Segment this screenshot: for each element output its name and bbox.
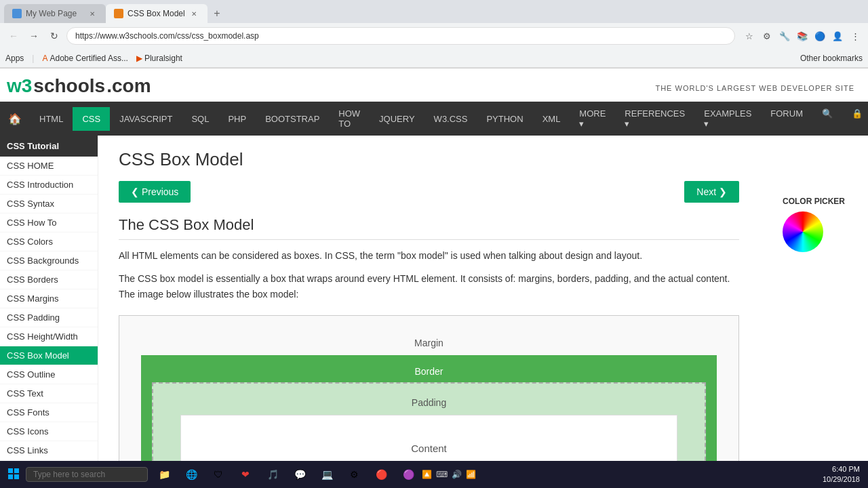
para1: All HTML elements can be considered as b… (119, 248, 739, 263)
taskbar-app3[interactable]: 🛡 (206, 462, 231, 487)
sidebar-item-borders[interactable]: CSS Borders (0, 270, 98, 289)
taskbar-app9[interactable]: 🔴 (369, 462, 393, 487)
nav-howto[interactable]: HOW TO (329, 102, 370, 136)
back-button[interactable]: ← (5, 28, 22, 44)
nav-forum[interactable]: FORUM (761, 102, 812, 136)
logo-schools: schools (33, 75, 105, 97)
pluralsight-label: Pluralsight (144, 54, 182, 63)
nav-lock[interactable]: 🔒 (842, 102, 868, 136)
bookmarks-apps[interactable]: Apps (5, 54, 24, 63)
system-tray: 🔼 ⌨ 🔊 📶 (422, 470, 476, 479)
nav-python[interactable]: PYTHON (477, 107, 532, 131)
nav-jquery[interactable]: JQUERY (370, 107, 425, 131)
svg-rect-0 (8, 468, 13, 473)
nav-references[interactable]: REFERENCES ▾ (615, 102, 694, 136)
nav-bootstrap[interactable]: BOOTSTRAP (256, 107, 329, 131)
taskbar-app6[interactable]: 💬 (288, 462, 312, 487)
taskbar-file-explorer[interactable]: 📁 (152, 462, 176, 487)
bookmark-adobe[interactable]: A Adobe Certified Ass... (42, 54, 127, 63)
nav-css[interactable]: CSS (73, 107, 110, 131)
logo[interactable]: w3schools.com (7, 75, 151, 101)
browser-chrome: My Web Page ✕ CSS Box Model ✕ + ← → ↻ ☆ … (0, 0, 868, 68)
tab-close-1[interactable]: ✕ (87, 8, 98, 19)
page-layout: CSS Tutorial CSS HOME CSS Introduction C… (0, 136, 868, 488)
extension-icon1[interactable]: ⚙ (760, 28, 774, 43)
taskbar-app4[interactable]: ❤ (233, 462, 258, 487)
forward-button[interactable]: → (26, 28, 42, 44)
nav-w3css[interactable]: W3.CSS (425, 107, 477, 131)
new-tab-button[interactable]: + (208, 4, 226, 23)
tray-icon2[interactable]: ⌨ (436, 470, 448, 479)
tab-close-2[interactable]: ✕ (189, 8, 199, 19)
extension-icon4[interactable]: 🔵 (812, 28, 827, 43)
start-button[interactable] (3, 466, 24, 484)
section-title: The CSS Box Model (119, 216, 739, 240)
color-wheel[interactable] (783, 211, 823, 252)
taskbar-clock: 6:40 PM 10/29/2018 (823, 464, 865, 485)
reload-button[interactable]: ↻ (46, 28, 62, 44)
nav-more[interactable]: MORE ▾ (570, 102, 615, 136)
w3schools-header: w3schools.com THE WORLD'S LARGEST WEB DE… (0, 68, 868, 102)
main-navigation: 🏠 HTML CSS JAVASCRIPT SQL PHP BOOTSTRAP … (0, 102, 868, 136)
tab-my-web-page[interactable]: My Web Page ✕ (4, 4, 106, 23)
nav-search[interactable]: 🔍 (812, 102, 842, 136)
sidebar-item-margins[interactable]: CSS Margins (0, 289, 98, 308)
adobe-icon: A (42, 54, 47, 63)
logo-w3: w3 (7, 75, 32, 97)
star-icon[interactable]: ☆ (742, 28, 757, 43)
sidebar-item-introduction[interactable]: CSS Introduction (0, 176, 98, 195)
sidebar-item-links[interactable]: CSS Links (0, 441, 98, 460)
nav-examples[interactable]: EXAMPLES ▾ (694, 102, 761, 136)
sidebar-item-colors[interactable]: CSS Colors (0, 232, 98, 251)
address-input[interactable] (66, 27, 735, 45)
para2: The CSS box model is essentially a box t… (119, 271, 739, 302)
tab-title-1: My Web Page (26, 9, 77, 18)
extension-icon3[interactable]: 📚 (795, 28, 810, 43)
extension-icon2[interactable]: 🔧 (777, 28, 792, 43)
tab-css-box-model[interactable]: CSS Box Model ✕ (106, 4, 208, 23)
next-button[interactable]: Next ❯ (684, 181, 739, 203)
sidebar-item-box-model[interactable]: CSS Box Model (0, 346, 98, 365)
nav-xml[interactable]: XML (533, 107, 570, 131)
sidebar-item-how-to[interactable]: CSS How To (0, 214, 98, 232)
sidebar-item-syntax[interactable]: CSS Syntax (0, 195, 98, 214)
user-icon[interactable]: 👤 (830, 28, 845, 43)
tray-icon1[interactable]: 🔼 (422, 470, 432, 479)
tray-icon3[interactable]: 🔊 (452, 470, 462, 479)
bookmark-pluralsight[interactable]: ▶ Pluralsight (136, 54, 182, 63)
sidebar-item-height-width[interactable]: CSS Height/Width (0, 327, 98, 346)
address-bar: ← → ↻ ☆ ⚙ 🔧 📚 🔵 👤 ⋮ (0, 23, 868, 49)
nav-html[interactable]: HTML (30, 107, 73, 131)
taskbar-app10[interactable]: 🟣 (396, 462, 420, 487)
right-panel: COLOR PICKER (760, 136, 868, 488)
taskbar-chrome[interactable]: 🌐 (179, 462, 203, 487)
content-label: Content (411, 443, 447, 454)
nav-php[interactable]: PHP (218, 107, 256, 131)
tagline: THE WORLD'S LARGEST WEB DEVELOPER SITE (655, 84, 854, 92)
sidebar-item-outline[interactable]: CSS Outline (0, 365, 98, 384)
sidebar-item-backgrounds[interactable]: CSS Backgrounds (0, 251, 98, 270)
nav-home[interactable]: 🏠 (0, 106, 30, 132)
sidebar-item-icons[interactable]: CSS Icons (0, 422, 98, 441)
menu-icon[interactable]: ⋮ (848, 28, 863, 43)
svg-rect-3 (14, 474, 19, 479)
sidebar-item-fonts[interactable]: CSS Fonts (0, 403, 98, 422)
other-bookmarks[interactable]: Other bookmarks (800, 54, 863, 63)
other-bm-label: Other bookmarks (800, 54, 863, 63)
tray-icon4[interactable]: 📶 (466, 470, 476, 479)
tab-favicon-2 (114, 9, 123, 18)
taskbar-search[interactable] (26, 467, 148, 482)
taskbar: 📁 🌐 🛡 ❤ 🎵 💬 💻 ⚙ 🔴 🟣 🔼 ⌨ 🔊 📶 6:40 PM 10/2… (0, 461, 868, 488)
taskbar-app8[interactable]: ⚙ (342, 462, 366, 487)
sidebar-item-padding[interactable]: CSS Padding (0, 308, 98, 327)
prev-button[interactable]: ❮ Previous (119, 181, 191, 203)
taskbar-app5[interactable]: 🎵 (260, 462, 285, 487)
sidebar-item-css-home[interactable]: CSS HOME (0, 157, 98, 176)
sidebar-item-text[interactable]: CSS Text (0, 384, 98, 403)
page-title: CSS Box Model (119, 149, 739, 170)
nav-javascript[interactable]: JAVASCRIPT (110, 107, 182, 131)
svg-rect-2 (8, 474, 13, 479)
nav-sql[interactable]: SQL (182, 107, 218, 131)
taskbar-app7[interactable]: 💻 (315, 462, 339, 487)
tab-title-2: CSS Box Model (127, 9, 185, 18)
